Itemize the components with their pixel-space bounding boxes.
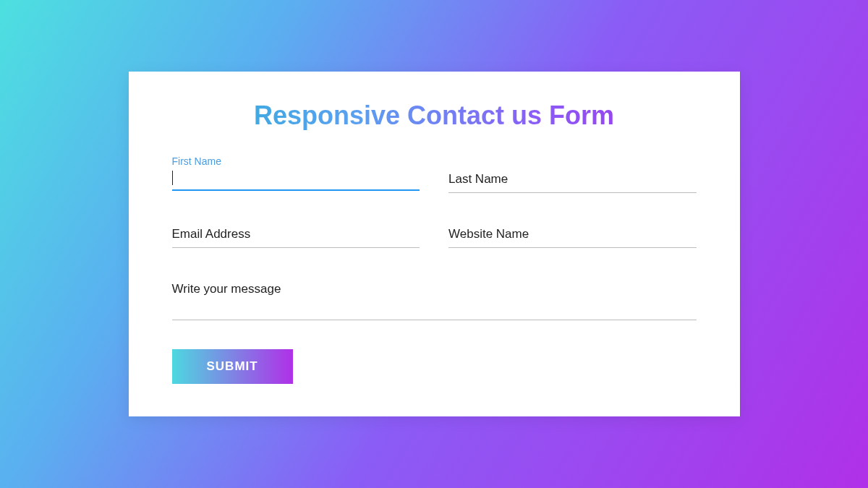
website-field[interactable]: Website Name (448, 226, 697, 248)
text-cursor (172, 171, 173, 185)
website-label: Website Name (448, 226, 697, 243)
row-name: First Name Last Name (172, 171, 697, 193)
last-name-label: Last Name (448, 171, 697, 188)
email-field[interactable]: Email Address (172, 226, 420, 248)
last-name-field[interactable]: Last Name (448, 171, 697, 193)
message-label: Write your message (172, 281, 697, 298)
first-name-label: First Name (172, 155, 420, 169)
form-title: Responsive Contact us Form (172, 100, 697, 131)
email-label: Email Address (172, 226, 420, 243)
submit-button[interactable]: SUBMIT (172, 349, 293, 384)
contact-form-card: Responsive Contact us Form First Name La… (129, 72, 740, 416)
row-contact: Email Address Website Name (172, 226, 697, 248)
message-field[interactable]: Write your message (172, 281, 697, 320)
row-message: Write your message (172, 281, 697, 320)
first-name-field[interactable]: First Name (172, 171, 420, 193)
